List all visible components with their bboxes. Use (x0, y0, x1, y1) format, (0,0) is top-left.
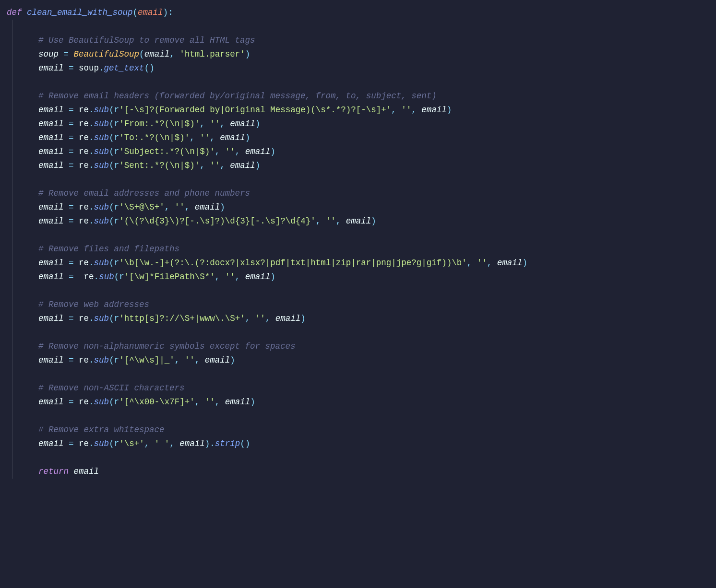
code-line (0, 284, 716, 298)
comment: # Remove files and filepaths (38, 244, 179, 254)
comma: , (220, 161, 225, 170)
arg-rstring: '[^\w\s]|_' (119, 355, 175, 365)
arg-var: email (230, 119, 255, 129)
arg-string: '' (205, 397, 215, 407)
code-line (0, 20, 716, 34)
method-name: sub (94, 133, 109, 142)
raw-prefix: r (114, 397, 119, 407)
code-line: email = re.sub(r'\s+', ' ', email).strip… (0, 437, 716, 451)
paren-close: ) (447, 105, 452, 115)
code-line-return: return email (0, 465, 716, 479)
paren-open: ( (114, 272, 119, 282)
method-name: sub (94, 119, 109, 129)
arg-rstring: 'http[s]?://\S+|www\.\S+' (119, 314, 245, 323)
assign-op: = (69, 161, 74, 170)
code-line: email = re.sub(r'http[s]?://\S+|www\.\S+… (0, 312, 716, 326)
code-editor[interactable]: def clean_email_with_soup(email): # Use … (0, 0, 716, 494)
raw-prefix: r (114, 161, 119, 170)
raw-prefix: r (114, 147, 119, 156)
raw-prefix: r (114, 202, 119, 212)
comma: , (200, 119, 205, 129)
code-line: soup = BeautifulSoup(email, 'html.parser… (0, 47, 716, 61)
function-body: # Use BeautifulSoup to remove all HTML t… (0, 20, 716, 465)
arg-rstring: '(\(?\d{3}\)?[-.\s]?)\d{3}[-.\s]?\d{4}' (119, 216, 316, 226)
paren-open: ( (109, 355, 114, 365)
object-name: re (79, 161, 89, 170)
arg-rstring: '[\w]*FilePath\S*' (124, 272, 215, 282)
assign-lhs: email (38, 258, 64, 268)
assign-lhs: email (38, 355, 64, 365)
dot: . (94, 272, 99, 282)
arg-string: '' (185, 355, 195, 365)
code-line: # Remove non-ASCII characters (0, 381, 716, 395)
arg-var: email (230, 161, 255, 170)
comma: , (185, 202, 190, 212)
method-name: sub (94, 439, 109, 448)
code-line (0, 451, 716, 465)
dot: . (89, 133, 94, 142)
assign-lhs: email (38, 147, 64, 156)
code-line: email = re.sub(r'[-\s]?(Forwarded by|Ori… (0, 103, 716, 117)
code-line: # Remove extra whitespace (0, 423, 716, 437)
paren-open: ( (109, 147, 114, 156)
assign-op: = (69, 105, 74, 115)
comma: , (265, 314, 271, 323)
arg-rstring: '\b[\w.-]+(?:\.(?:docx?|xlsx?|pdf|txt|ht… (119, 258, 467, 268)
arg-rstring: 'Subject:.*?(\n|$)' (119, 147, 215, 156)
arg-rstring: '\s+' (119, 439, 144, 448)
dot: . (89, 119, 94, 129)
paren-open: ( (139, 49, 144, 59)
paren-close: ) (245, 439, 251, 448)
arg-string: '' (175, 202, 185, 212)
code-line: email = re.sub(r'From:.*?(\n|$)', '', em… (0, 117, 716, 131)
code-line (0, 228, 716, 242)
paren-open: ( (109, 397, 114, 407)
arg-string: '' (210, 119, 220, 129)
raw-prefix: r (114, 258, 119, 268)
assign-lhs: email (38, 397, 64, 407)
comment: # Remove non-alphanumeric symbols except… (38, 341, 296, 351)
assign-op: = (69, 272, 74, 282)
dot: . (89, 439, 94, 448)
comma: , (391, 105, 396, 115)
return-var: email (74, 467, 99, 476)
arg-string: '' (200, 133, 210, 142)
paren-close: ) (522, 258, 527, 268)
comment: # Use BeautifulSoup to remove all HTML t… (38, 35, 255, 45)
arg-var: email (220, 133, 245, 142)
arg-string: '' (477, 258, 487, 268)
paren-close: ) (300, 314, 306, 323)
comma: , (235, 272, 240, 282)
paren-open: ( (109, 314, 114, 323)
object-name: re (79, 314, 89, 323)
comment: # Remove extra whitespace (38, 425, 165, 435)
comma: , (200, 161, 205, 170)
assign-lhs: email (38, 272, 64, 282)
assign-op: = (64, 49, 69, 59)
code-line (0, 367, 716, 381)
arg-var: email (225, 397, 251, 407)
keyword-return: return (38, 467, 69, 476)
method-name: sub (94, 202, 109, 212)
raw-prefix: r (119, 272, 124, 282)
arg-var: email (497, 258, 523, 268)
comment: # Remove email headers (forwarded by/ori… (38, 91, 437, 101)
code-line: email = soup.get_text() (0, 61, 716, 75)
dot: . (89, 258, 94, 268)
code-line: email = re.sub(r'\b[\w.-]+(?:\.(?:docx?|… (0, 256, 716, 270)
comma: , (144, 439, 150, 448)
method-name: sub (94, 397, 109, 407)
comma: , (487, 258, 492, 268)
comma: , (235, 147, 240, 156)
dot: . (99, 63, 104, 73)
paren-open: ( (109, 202, 114, 212)
assign-lhs: email (38, 216, 64, 226)
arg-string: '' (255, 314, 265, 323)
assign-lhs: email (38, 63, 64, 73)
code-line: # Remove email headers (forwarded by/ori… (0, 89, 716, 103)
paren-open: ( (109, 133, 114, 142)
assign-op: = (69, 147, 74, 156)
arg-string: '' (225, 272, 235, 282)
method-name: sub (99, 272, 114, 282)
paren-close: ) (255, 119, 261, 129)
